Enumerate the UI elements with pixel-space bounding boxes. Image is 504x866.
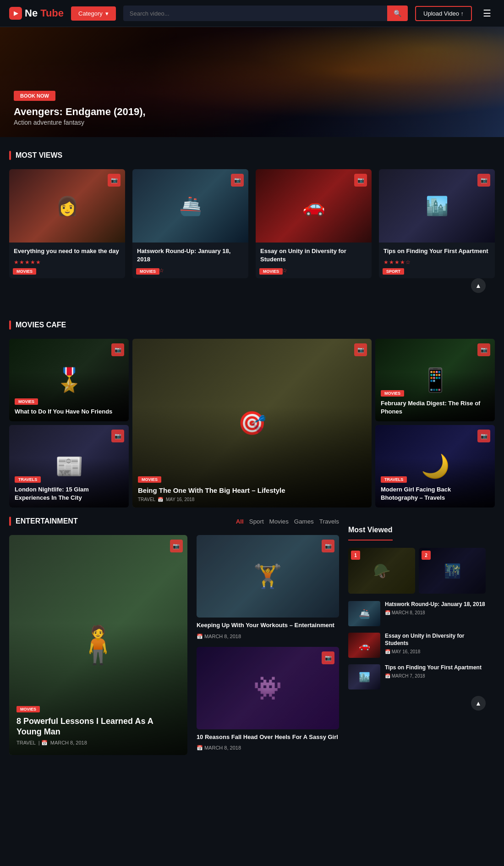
ent-small-card-0[interactable]: 🏋️ 📷 Keeping Up With Your Workouts – Ent… bbox=[197, 535, 339, 639]
cafe-meta-date: MAY 16, 2018 bbox=[166, 497, 194, 502]
entertainment-layout: 🧍 📷 MOVIES 8 Powerful Lessons I Learned … bbox=[9, 535, 339, 755]
cafe-card-right-bottom[interactable]: 🌙 📷 TRAVELS Modern Girl Facing Back Bhot… bbox=[375, 425, 495, 507]
mv-list-meta-1: 📅 MAY 16, 2018 bbox=[385, 649, 486, 654]
ent-main-card[interactable]: 🧍 📷 MOVIES 8 Powerful Lessons I Learned … bbox=[9, 535, 187, 755]
cafe-card-left-top[interactable]: 🎖️ 📷 MOVIES What to Do If You Have No Fr… bbox=[9, 339, 129, 421]
search-button[interactable]: 🔍 bbox=[387, 6, 408, 21]
category-button[interactable]: Category ▾ bbox=[71, 6, 116, 21]
entertainment-section: ENTERTAINMENT All Sport Movies Games Tra… bbox=[9, 517, 339, 755]
video-icon-3: 📷 bbox=[477, 174, 490, 187]
cafe-video-icon-lt: 📷 bbox=[111, 343, 124, 356]
filter-tab-all[interactable]: All bbox=[236, 518, 244, 525]
movies-cafe-section: MOVIES CAFE 🎖️ 📷 MOVIES What to Do If Yo… bbox=[0, 307, 504, 517]
scroll-up-button[interactable]: ▲ bbox=[471, 278, 486, 293]
ent-small-img-wrap-0: 🏋️ 📷 bbox=[197, 535, 339, 618]
movies-cafe-title: MOVIES CAFE bbox=[9, 320, 495, 330]
ent-small-date-1: MARCH 8, 2018 bbox=[204, 745, 241, 750]
cafe-card-center[interactable]: 🎯 📷 MOVIES Being The One With The Big He… bbox=[132, 339, 372, 507]
category-label: Category bbox=[78, 10, 103, 17]
most-views-card-2[interactable]: 🚗 📷 MOVIES Essay on Unity in Diversity f… bbox=[256, 169, 372, 278]
book-now-button[interactable]: BOOK NOW bbox=[14, 91, 55, 101]
logo-tube: Tube bbox=[40, 7, 64, 19]
most-views-card-1[interactable]: 🚢 📷 MOVIES Hatswork Round-Up: January 18… bbox=[132, 169, 248, 278]
book-now-label: BOOK NOW bbox=[20, 93, 49, 99]
cafe-badge-center: MOVIES bbox=[138, 476, 161, 483]
ent-main-title: 8 Powerful Lessons I Learned As A Young … bbox=[16, 716, 180, 738]
most-views-card-0[interactable]: 👩 📷 MOVIES Everything you need to make t… bbox=[9, 169, 125, 278]
card-title-0: Everything you need to make the day bbox=[14, 247, 121, 255]
mv-list-info-1: Essay on Unity in Diversity for Students… bbox=[385, 633, 486, 654]
cafe-content-rb: TRAVELS Modern Girl Facing Back Bhotogra… bbox=[381, 474, 489, 502]
most-viewed-top-items: 🪖 1 🌃 2 bbox=[348, 548, 486, 594]
mv-list-meta-0: 📅 MARCH 8, 2018 bbox=[385, 610, 486, 615]
ent-small-date-0: MARCH 8, 2018 bbox=[204, 634, 241, 639]
cafe-badge-rt: MOVIES bbox=[381, 390, 404, 397]
card-title-1: Hatswork Round-Up: January 18, 2018 bbox=[137, 247, 244, 264]
filter-tab-sport[interactable]: Sport bbox=[249, 518, 264, 525]
ent-main-video-icon: 📷 bbox=[170, 540, 183, 552]
filter-tab-games[interactable]: Games bbox=[294, 518, 314, 525]
most-viewed-sidebar: Most Viewed 🪖 1 🌃 2 🚢 Hatswork Round-Up:… bbox=[339, 517, 495, 755]
cafe-badge-rb: TRAVELS bbox=[381, 476, 407, 483]
cafe-meta-center: TRAVEL 📅 MAY 16, 2018 bbox=[138, 497, 366, 502]
search-input[interactable] bbox=[123, 6, 387, 21]
mv-top-item-0[interactable]: 🪖 1 bbox=[348, 548, 415, 594]
bottom-layout: ENTERTAINMENT All Sport Movies Games Tra… bbox=[0, 517, 504, 769]
mv-list-date-0: MARCH 8, 2018 bbox=[392, 610, 425, 615]
mv-list-item-1[interactable]: 🚗 Essay on Unity in Diversity for Studen… bbox=[348, 633, 486, 658]
logo-icon bbox=[9, 7, 22, 20]
section-scroll: ▲ bbox=[9, 278, 495, 298]
cafe-content-center: MOVIES Being The One With The Big Heart … bbox=[138, 474, 366, 502]
mv-num-badge-0: 1 bbox=[351, 551, 360, 560]
ent-main-meta-date: MARCH 8, 2018 bbox=[50, 740, 87, 745]
ent-main-content: MOVIES 8 Powerful Lessons I Learned As A… bbox=[16, 704, 180, 746]
mv-num-badge-1: 2 bbox=[422, 551, 431, 560]
video-icon-1: 📷 bbox=[231, 174, 244, 187]
card-badge-3: SPORT bbox=[383, 268, 404, 275]
mv-list-date-1: MAY 16, 2018 bbox=[392, 649, 420, 654]
cafe-video-icon-rb: 📷 bbox=[477, 430, 490, 442]
mv-list-img-2: 🏙️ bbox=[348, 664, 380, 689]
mv-list-img-0: 🚢 bbox=[348, 601, 380, 626]
cafe-video-icon-center: 📷 bbox=[354, 343, 367, 356]
card-badge-2: MOVIES bbox=[259, 268, 283, 275]
ent-small-meta-1: 📅 MARCH 8, 2018 bbox=[197, 745, 339, 751]
ent-small-video-icon-1: 📷 bbox=[322, 651, 334, 664]
card-badge-1: MOVIES bbox=[136, 268, 159, 275]
mv-top-item-1[interactable]: 🌃 2 bbox=[419, 548, 486, 594]
cafe-content-lb: TRAVELS London Nightlife: 15 Glam Experi… bbox=[15, 474, 123, 502]
entertainment-header: ENTERTAINMENT All Sport Movies Games Tra… bbox=[9, 517, 339, 526]
ent-main-badge: MOVIES bbox=[16, 706, 40, 712]
cafe-content-lt: MOVIES What to Do If You Have No Friends bbox=[15, 397, 123, 416]
video-icon-0: 📷 bbox=[108, 174, 121, 187]
card-badge-0: MOVIES bbox=[13, 268, 36, 275]
upload-video-button[interactable]: Upload Video ↑ bbox=[415, 6, 472, 21]
ent-main-meta: TRAVEL | 📅 MARCH 8, 2018 bbox=[16, 740, 180, 746]
menu-button[interactable]: ☰ bbox=[479, 6, 495, 21]
mv-list-item-0[interactable]: 🚢 Hatswork Round-Up: January 18, 2018 📅 … bbox=[348, 601, 486, 626]
sidebar-scroll-up-button[interactable]: ▲ bbox=[471, 696, 486, 711]
filter-tab-travels[interactable]: Travels bbox=[319, 518, 339, 525]
card-stars-0: ★★★★★ bbox=[14, 259, 121, 265]
cafe-badge-lb: TRAVELS bbox=[15, 476, 41, 483]
mv-list-title-1: Essay on Unity in Diversity for Students bbox=[385, 633, 486, 647]
card-body-0: Everything you need to make the day ★★★★… bbox=[9, 243, 125, 270]
mv-list-title-2: Tips on Finding Your First Apartment bbox=[385, 664, 486, 672]
most-viewed-title: Most Viewed bbox=[348, 526, 393, 541]
cafe-title-rt: February Media Digest: The Rise of Phone… bbox=[381, 399, 489, 416]
cafe-title-lt: What to Do If You Have No Friends bbox=[15, 408, 123, 416]
cafe-card-left-bottom[interactable]: 📰 📷 TRAVELS London Nightlife: 15 Glam Ex… bbox=[9, 425, 129, 507]
ent-small-card-1[interactable]: 👾 📷 10 Reasons Fall Head Over Heels For … bbox=[197, 647, 339, 751]
mv-list-item-2[interactable]: 🏙️ Tips on Finding Your First Apartment … bbox=[348, 664, 486, 689]
cafe-card-right-top[interactable]: 📱 📷 MOVIES February Media Digest: The Ri… bbox=[375, 339, 495, 421]
ent-small-overlay-1 bbox=[197, 647, 339, 729]
mv-list-date-2: MARCH 7, 2018 bbox=[392, 673, 425, 678]
hero-title: Avengers: Endgame (2019), bbox=[14, 105, 146, 119]
most-views-card-3[interactable]: 🏙️ 📷 SPORT Tips on Finding Your First Ap… bbox=[379, 169, 495, 278]
mv-list-info-2: Tips on Finding Your First Apartment 📅 M… bbox=[385, 664, 486, 678]
filter-tab-movies[interactable]: Movies bbox=[269, 518, 289, 525]
ent-small-video-icon-0: 📷 bbox=[322, 540, 334, 552]
ent-small-title-0: Keeping Up With Your Workouts – Entertai… bbox=[197, 621, 339, 629]
most-views-grid: 👩 📷 MOVIES Everything you need to make t… bbox=[9, 169, 495, 278]
logo: NeTube bbox=[9, 7, 64, 20]
